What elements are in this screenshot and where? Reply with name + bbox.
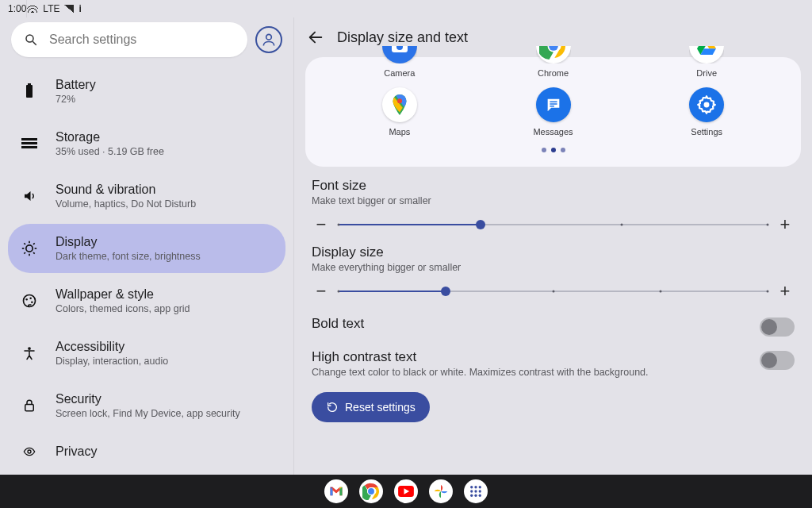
- svg-point-56: [470, 495, 473, 497]
- svg-rect-5: [21, 138, 37, 140]
- page-indicator: [323, 148, 783, 152]
- preview-app-maps[interactable]: Maps: [323, 87, 477, 137]
- preview-app-label: Messages: [533, 127, 573, 137]
- svg-line-14: [33, 252, 35, 254]
- wallpaper-icon: [19, 293, 40, 309]
- svg-point-53: [470, 490, 473, 492]
- sidebar-item-title: Battery: [56, 78, 96, 92]
- sidebar-item-title: Accessibility: [56, 340, 168, 354]
- sidebar-item-title: Storage: [56, 130, 164, 144]
- settings-sidebar: Battery72%Storage35% used · 5.19 GB free…: [0, 17, 293, 475]
- svg-point-21: [28, 347, 31, 350]
- taskbar-chrome[interactable]: [359, 479, 383, 503]
- slider-thumb[interactable]: [476, 220, 485, 229]
- preview-app-label: Drive: [696, 68, 717, 78]
- sidebar-item-sub: Volume, haptics, Do Not Disturb: [56, 198, 196, 210]
- sidebar-item-sub: Colors, themed icons, app grid: [56, 303, 190, 314]
- taskbar-photos[interactable]: [429, 479, 453, 503]
- taskbar-youtube[interactable]: [394, 479, 418, 503]
- svg-point-18: [25, 298, 28, 301]
- font-size-title: Font size: [312, 178, 795, 194]
- high-contrast-title: High contrast text: [312, 349, 649, 365]
- preview-app-camera[interactable]: Camera: [323, 46, 477, 78]
- preview-app-messages[interactable]: Messages: [477, 87, 630, 137]
- svg-point-47: [368, 488, 374, 495]
- svg-point-55: [479, 490, 481, 492]
- sidebar-item-security[interactable]: SecurityScreen lock, Find My Device, app…: [8, 381, 285, 430]
- svg-point-8: [26, 245, 33, 252]
- sidebar-item-privacy[interactable]: Privacy: [8, 433, 285, 470]
- back-arrow-icon[interactable]: [307, 29, 324, 46]
- svg-rect-7: [21, 146, 37, 148]
- svg-line-16: [33, 243, 35, 244]
- taskbar-apps[interactable]: [464, 479, 488, 503]
- svg-point-54: [474, 490, 477, 492]
- sidebar-item-title: Wallpaper & style: [56, 287, 190, 302]
- preview-app-label: Camera: [384, 68, 415, 78]
- svg-point-51: [474, 486, 477, 488]
- sidebar-item-battery[interactable]: Battery72%: [8, 67, 285, 116]
- sidebar-item-sub: 35% used · 5.19 GB free: [56, 146, 164, 157]
- sidebar-item-sub: Screen lock, Find My Device, app securit…: [56, 408, 240, 419]
- bold-text-title: Bold text: [312, 316, 364, 332]
- display-size-increase[interactable]: +: [776, 281, 795, 302]
- privacy-icon: [19, 445, 40, 458]
- sidebar-item-display[interactable]: DisplayDark theme, font size, brightness: [8, 224, 285, 273]
- sidebar-item-accessibility[interactable]: AccessibilityDisplay, interaction, audio: [8, 329, 285, 378]
- status-time: 1:00: [8, 3, 26, 14]
- search-icon: [24, 33, 38, 47]
- sidebar-item-sub: Dark theme, font size, brightness: [56, 251, 201, 262]
- svg-point-23: [28, 450, 31, 453]
- sidebar-item-title: Sound & vibration: [56, 183, 196, 197]
- preview-app-drive[interactable]: Drive: [630, 46, 783, 78]
- display-size-slider[interactable]: − +: [312, 281, 795, 302]
- svg-line-13: [24, 243, 25, 244]
- wifi-icon: [27, 5, 38, 13]
- svg-point-52: [479, 486, 481, 488]
- sidebar-item-title: Display: [56, 235, 201, 249]
- search-settings[interactable]: [11, 22, 247, 57]
- more-info-icon: i: [79, 3, 81, 14]
- svg-point-19: [29, 297, 32, 299]
- preview-app-label: Maps: [389, 127, 410, 137]
- font-size-slider[interactable]: − +: [312, 214, 795, 235]
- reset-icon: [326, 401, 339, 414]
- reset-settings-button[interactable]: Reset settings: [312, 392, 430, 422]
- svg-rect-3: [26, 85, 33, 98]
- svg-point-58: [479, 495, 481, 497]
- font-size-increase[interactable]: +: [776, 214, 795, 235]
- reset-label: Reset settings: [345, 401, 416, 414]
- svg-rect-4: [28, 83, 31, 85]
- preview-app-chrome[interactable]: Chrome: [477, 46, 630, 78]
- svg-rect-6: [21, 142, 37, 144]
- svg-point-20: [31, 301, 33, 303]
- cell-signal-icon: [64, 5, 74, 13]
- high-contrast-toggle[interactable]: [760, 351, 795, 370]
- person-icon: [261, 32, 277, 48]
- taskbar-gmail[interactable]: [324, 479, 348, 503]
- font-size-decrease[interactable]: −: [312, 214, 331, 235]
- sidebar-item-storage[interactable]: Storage35% used · 5.19 GB free: [8, 119, 285, 168]
- svg-rect-22: [25, 405, 34, 411]
- sidebar-item-sound-vibration[interactable]: Sound & vibrationVolume, haptics, Do Not…: [8, 171, 285, 221]
- search-input[interactable]: [48, 32, 235, 48]
- page-title: Display size and text: [337, 29, 468, 46]
- preview-app-settings[interactable]: Settings: [630, 87, 783, 137]
- preview-card: CameraChromeDrive MapsMessagesSettings: [305, 57, 801, 167]
- svg-line-1: [33, 41, 36, 45]
- sidebar-item-sub: Display, interaction, audio: [56, 356, 168, 367]
- display-size-decrease[interactable]: −: [312, 281, 331, 302]
- display-size-sub: Make everything bigger or smaller: [312, 262, 795, 273]
- profile-avatar[interactable]: [255, 26, 282, 53]
- battery-icon: [19, 83, 40, 99]
- storage-icon: [19, 137, 40, 150]
- security-icon: [19, 398, 40, 414]
- high-contrast-sub: Change text color to black or white. Max…: [312, 367, 649, 378]
- sidebar-item-wallpaper-style[interactable]: Wallpaper & styleColors, themed icons, a…: [8, 276, 285, 325]
- svg-point-50: [470, 486, 473, 488]
- display-size-title: Display size: [312, 244, 795, 260]
- display-icon: [19, 241, 40, 256]
- slider-thumb[interactable]: [441, 287, 450, 296]
- bold-text-toggle[interactable]: [760, 318, 795, 337]
- sidebar-item-title: Security: [56, 392, 240, 406]
